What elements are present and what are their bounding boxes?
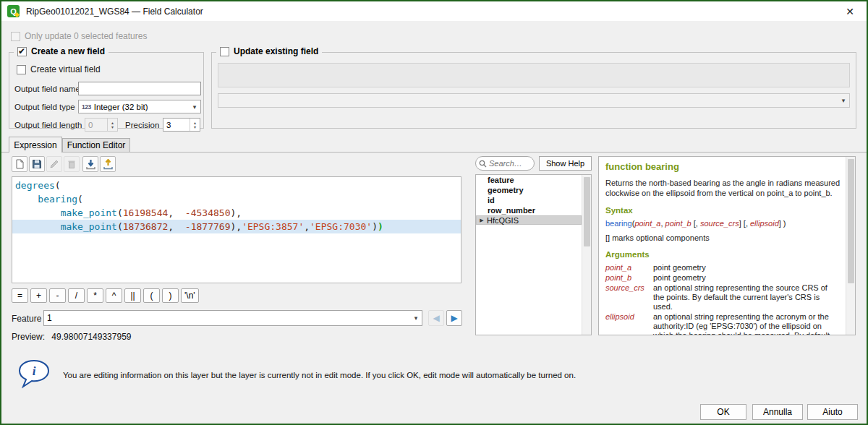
precision-value: 3 [166, 121, 171, 129]
function-tree-rows: featuregeometryidrow_number▶Aggregates▶A… [476, 175, 591, 215]
import-expression-button[interactable] [82, 156, 98, 172]
previous-feature-button: ◀ [428, 310, 444, 326]
operator-button[interactable]: ^ [106, 288, 122, 303]
code-line: make_point(18736872, -1877769),'EPSG:385… [12, 220, 461, 233]
operator-button[interactable]: = [12, 288, 28, 303]
operator-button[interactable]: ) [162, 288, 179, 303]
output-field-name-label: Output field name [14, 85, 80, 93]
info-bubble-icon: i [17, 359, 51, 390]
create-virtual-field-row: Create virtual field [17, 64, 101, 74]
ok-button[interactable]: OK [700, 404, 746, 420]
operator-button[interactable]: || [124, 288, 141, 303]
operator-bar: =+-/*^||()'\n' [12, 288, 199, 303]
expression-editor[interactable]: degrees( bearing( make_point(16198544, -… [12, 176, 461, 283]
create-virtual-field-checkbox[interactable] [17, 65, 26, 74]
tab-function-editor[interactable]: Function Editor [62, 138, 130, 152]
operator-button[interactable]: * [87, 288, 103, 303]
close-button[interactable]: ✕ [835, 1, 865, 21]
function-item[interactable]: row_number [476, 205, 582, 215]
function-search-input[interactable] [489, 159, 529, 168]
operator-button[interactable]: '\n' [181, 288, 199, 303]
create-new-field-checkbox[interactable] [17, 47, 27, 56]
output-field-type-combo[interactable]: 123 Integer (32 bit) ▾ [78, 100, 201, 113]
svg-text:i: i [33, 364, 36, 378]
function-item-label: feature [488, 176, 514, 184]
only-update-selected-row: Only update 0 selected features [11, 31, 147, 41]
arguments-header: Arguments [605, 250, 841, 259]
spinner-arrows-icon[interactable]: ▴▾ [190, 119, 200, 131]
output-field-length-value: 0 [88, 121, 93, 129]
expand-arrow-icon[interactable]: ▶ [477, 218, 487, 223]
show-help-button[interactable]: Show Help [539, 156, 592, 171]
existing-field-panel [218, 63, 850, 87]
code-line: make_point(16198544, -4534850), [12, 206, 461, 220]
function-item[interactable]: feature [476, 175, 582, 185]
function-item[interactable]: id [476, 195, 582, 205]
dropdown-arrow-icon: ▾ [838, 97, 849, 104]
cancel-button[interactable]: Annulla [752, 404, 803, 420]
window-title: RipGeo01012021_WGS84 — Field Calculator [26, 7, 203, 17]
trash-icon [67, 159, 77, 169]
scrollbar-thumb[interactable] [848, 159, 854, 283]
operator-button[interactable]: - [49, 288, 66, 303]
preview-row: Preview: 49.98007149337959 [12, 332, 131, 342]
next-feature-button[interactable]: ▶ [446, 310, 462, 326]
help-scrollbar[interactable] [846, 157, 855, 335]
qgis-logo-icon: Q [7, 5, 20, 17]
function-tree-scrollbar[interactable] [582, 175, 591, 335]
function-help-panel: function bearing Returns the north-based… [598, 156, 856, 335]
existing-field-combo: ▾ [218, 93, 850, 108]
create-new-field-legend: Create a new field [14, 46, 109, 56]
function-tree[interactable]: featuregeometryidrow_number▶Aggregates▶A… [475, 174, 592, 335]
output-field-length-label: Output field length [14, 121, 82, 129]
update-existing-field-label: Update existing field [234, 46, 318, 56]
feature-value: 1 [47, 313, 52, 323]
argument-name: source_crs [605, 283, 653, 312]
syntax-line: bearing(point_a, point_b [, source_crs] … [605, 219, 841, 228]
syntax-header: Syntax [605, 206, 841, 215]
function-item[interactable]: geometry [476, 185, 582, 195]
argument-description: an optional string representing the sour… [653, 283, 841, 312]
precision-label: Precision [125, 121, 159, 129]
operator-button[interactable]: + [30, 288, 47, 303]
precision-spin[interactable]: 3 ▴▾ [163, 118, 200, 132]
scrollbar-thumb[interactable] [584, 177, 590, 246]
expression-code: degrees( bearing( make_point(16198544, -… [12, 179, 461, 233]
save-expression-button[interactable] [29, 156, 45, 172]
feature-combo[interactable]: 1 ▾ [43, 310, 422, 326]
new-file-icon [14, 159, 25, 169]
update-existing-field-checkbox[interactable] [220, 47, 229, 56]
output-field-name-input[interactable] [78, 82, 201, 95]
update-existing-field-legend: Update existing field [216, 46, 322, 56]
field-type-123-icon: 123 [82, 103, 91, 111]
operator-button[interactable]: / [68, 288, 85, 303]
argument-name: ellipsoid [605, 312, 653, 335]
argument-description: point geometry [653, 273, 841, 283]
argument-description: an optional string representing the acro… [653, 312, 841, 335]
export-expression-button[interactable] [100, 156, 116, 172]
field-calculator-dialog: Q RipGeo01012021_WGS84 — Field Calculato… [0, 0, 868, 425]
preview-label: Preview: [12, 332, 45, 342]
new-expression-button[interactable] [12, 156, 27, 172]
function-item-label: HfcQGIS [487, 216, 519, 225]
operator-button[interactable]: ( [143, 288, 160, 303]
spinner-arrows-icon: ▴▾ [107, 119, 117, 131]
argument-row: source_crsan optional string representin… [605, 283, 841, 312]
help-button[interactable]: Aiuto [807, 404, 858, 420]
arrow-left-icon: ◀ [433, 313, 439, 323]
tab-expression[interactable]: Expression [9, 137, 62, 153]
argument-row: ellipsoidan optional string representing… [605, 312, 841, 335]
tab-pane-border [1, 152, 868, 153]
pencil-icon [49, 159, 59, 169]
output-field-length-spin: 0 ▴▾ [85, 118, 118, 132]
function-group-item[interactable]: ▶HfcQGIS [476, 215, 582, 226]
save-icon [32, 159, 42, 169]
create-virtual-field-label: Create virtual field [30, 64, 101, 74]
create-new-field-label: Create a new field [31, 46, 105, 56]
update-existing-field-group: Update existing field ▾ [211, 52, 856, 129]
feature-label: Feature [12, 314, 41, 324]
function-search-box[interactable] [475, 156, 535, 171]
search-icon [479, 160, 487, 168]
delete-expression-button [64, 156, 80, 172]
help-description: Returns the north-based bearing as the a… [605, 179, 841, 198]
